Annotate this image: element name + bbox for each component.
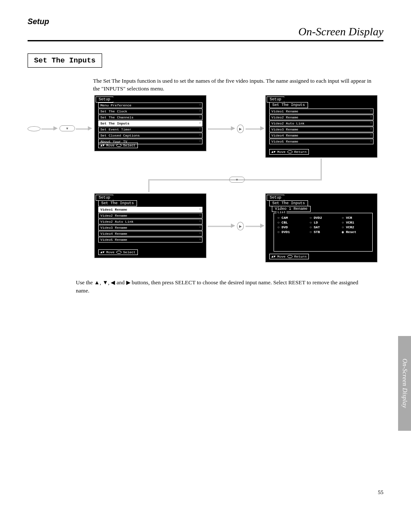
menu-item: Menu Preference› <box>98 103 202 108</box>
menu-item: Set Closed Captions› <box>98 133 202 138</box>
connector <box>148 179 149 192</box>
rename-option: ○ DVD <box>277 225 305 229</box>
osd-screen-d: Setup Set The Inputs Video 1 Rename List… <box>265 193 377 262</box>
rename-option: ○ DVD1 <box>277 230 305 234</box>
rename-list-box: List ○ CAM○ DVD2○ VCR○ CBL○ LD○ VCR1○ DV… <box>274 213 373 252</box>
menu-item: Video2 Auto Link› <box>269 121 374 126</box>
diagram-area: ▼ Setup Menu Preference›Set The Clock›Se… <box>28 95 383 272</box>
sub-tab-label: Set The Inputs <box>98 200 137 206</box>
section-heading: Setup <box>28 17 383 26</box>
page-number: 55 <box>28 489 383 496</box>
menu-item: Set Event Timer› <box>98 127 202 132</box>
connector <box>41 128 54 130</box>
side-tab: On-Screen Display <box>398 336 411 431</box>
rename-option: ◉ Reset <box>342 230 369 234</box>
select-button-icon: ▶ <box>237 124 244 133</box>
sub-tab-label: Set The Inputs <box>269 102 308 108</box>
arrow-icon <box>260 126 265 131</box>
rename-option: ○ VCR1 <box>342 221 369 224</box>
connector <box>246 128 261 130</box>
cursor-down-icon: ▼ <box>229 177 245 183</box>
connector <box>321 159 322 180</box>
rename-option: ○ VCR <box>342 216 369 220</box>
menu-item: Video3 Rename› <box>269 127 374 132</box>
chapter-heading: On-Screen Display <box>28 25 383 38</box>
osd-screen-a: Setup Menu Preference›Set The Clock›Set … <box>94 95 206 151</box>
cursor-down-icon: ▼ <box>59 125 75 131</box>
menu-item: Set The Inputs› <box>98 121 202 126</box>
rename-option: ○ DVD2 <box>310 216 337 220</box>
select-button-icon: ▶ <box>237 222 244 230</box>
tab-label: Setup <box>267 96 284 103</box>
rename-option: ○ CAM <box>277 216 305 220</box>
arrow-icon <box>260 224 265 228</box>
menu-item: Video4 Rename› <box>98 231 202 236</box>
menu-button-icon <box>28 126 40 131</box>
connector <box>246 226 261 227</box>
rename-option: ○ VCR2 <box>342 225 369 229</box>
tab-label: Setup <box>96 96 113 103</box>
tab-label: Setup <box>267 195 284 201</box>
menu-item: Set The Clock› <box>98 109 202 114</box>
rename-option: ○ SAT <box>310 225 337 229</box>
feature-title-box: Set The Inputs <box>28 53 102 68</box>
connector <box>208 226 232 227</box>
arrow-icon <box>231 224 235 228</box>
footer-hint: ▲▼Move Select <box>98 143 138 148</box>
arrow-icon <box>53 126 58 131</box>
menu-item: Video5 Rename› <box>269 139 374 144</box>
menu-item: Video2 Rename› <box>269 115 374 120</box>
menu-item: Video5 Rename› <box>98 237 202 243</box>
osd-screen-c: Setup Set The Inputs Video1 Rename›Video… <box>94 193 206 258</box>
menu-item: Video2 Auto Link› <box>98 219 202 224</box>
arrow-icon <box>231 126 235 131</box>
sub-tab-label: Set The Inputs <box>269 200 308 206</box>
list-title: List <box>277 210 286 214</box>
tab-label: Setup <box>96 195 113 201</box>
menu-item: Video2 Rename› <box>98 213 202 218</box>
intro-paragraph: The Set The Inputs function is used to s… <box>93 77 373 93</box>
rename-option: ○ LD <box>310 221 337 224</box>
arrow-icon <box>88 126 92 131</box>
osd-screen-b: Setup Set The Inputs Video1 Rename›Video… <box>265 95 377 158</box>
menu-item: Video3 Rename› <box>98 225 202 230</box>
menu-item: Video4 Rename› <box>269 133 374 138</box>
footer-hint: ▲▼Move Return <box>269 254 309 259</box>
footer-hint: ▲▼Move Select <box>98 249 138 255</box>
footer-hint: ▲▼Move Return <box>269 149 309 155</box>
header-rule <box>28 40 383 41</box>
menu-item: Video1 Rename› <box>98 207 202 212</box>
rename-option: ○ CBL <box>277 221 305 224</box>
connector <box>208 128 232 130</box>
connector <box>76 128 89 130</box>
menu-item: Set The Channels› <box>98 115 202 120</box>
menu-item: Video1 Rename› <box>269 109 374 114</box>
rename-option: ○ STB <box>310 230 337 234</box>
instruction-text: Use the ▲, ▼, ◀ and ▶ buttons, then pres… <box>76 279 369 295</box>
